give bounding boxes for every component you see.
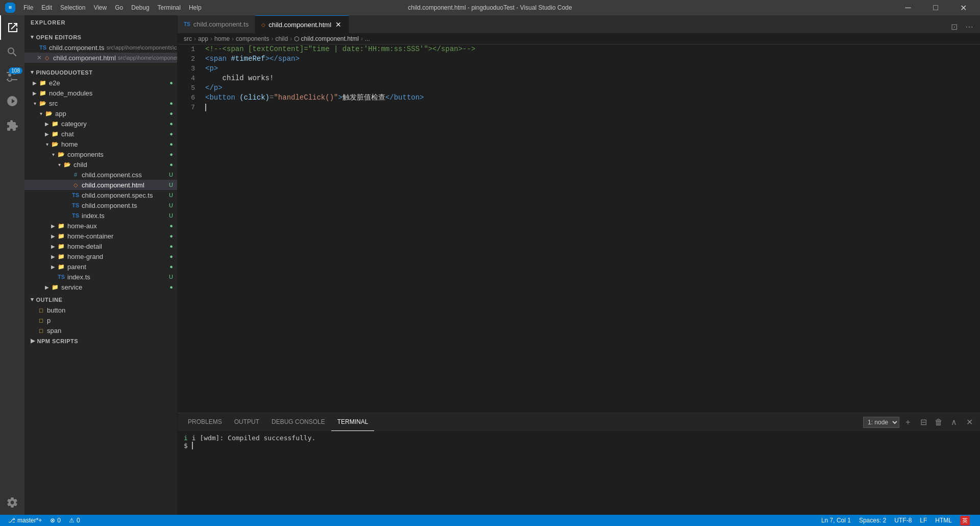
ts-icon-spec: TS: [71, 191, 80, 199]
source-control-badge: 108: [9, 67, 22, 74]
activity-source-control[interactable]: 108: [0, 64, 24, 89]
status-git-branch[interactable]: ⎇ master*+: [4, 515, 46, 526]
tree-home[interactable]: ▾ 📂 home ●: [24, 139, 177, 149]
tab-html[interactable]: ◇ child.component.html ✕: [255, 15, 349, 33]
titlebar-title: child.component.html - pingduoduoTest - …: [408, 4, 572, 11]
folder-icon-e2e: 📁: [39, 79, 47, 87]
tree-src[interactable]: ▾ 📂 src ●: [24, 98, 177, 108]
tree-child-html[interactable]: ◇ child.component.html U: [24, 180, 177, 190]
tree-home-detail[interactable]: ▶ 📁 home-detail ●: [24, 241, 177, 251]
status-spaces[interactable]: Spaces: 2: [855, 515, 890, 526]
open-file-ts[interactable]: TS child.component.ts src\app\home\compo…: [24, 42, 177, 53]
status-encoding[interactable]: UTF-8: [890, 515, 916, 526]
folder-icon-home-grand: 📁: [57, 252, 65, 260]
open-file-html[interactable]: ✕ ◇ child.component.html src\app\home\co…: [24, 53, 177, 63]
tree-components[interactable]: ▾ 📂 components ●: [24, 149, 177, 159]
line-7: 7: [178, 103, 980, 112]
activity-extensions[interactable]: [0, 113, 24, 138]
menu-debug[interactable]: Debug: [127, 2, 153, 13]
main-container: 108 Explorer ▾ Open Editors TS: [0, 15, 980, 515]
breadcrumb-child[interactable]: child: [275, 35, 288, 42]
panel-tab-output[interactable]: OUTPUT: [228, 413, 265, 431]
editor-content[interactable]: 1 <!--<span [textContent]="time | date:'…: [178, 44, 980, 413]
sidebar: Explorer ▾ Open Editors TS child.compone…: [24, 15, 178, 515]
folder-icon-service: 📁: [51, 283, 59, 291]
panel-chevron-up[interactable]: ∧: [947, 416, 961, 429]
tree-service[interactable]: ▶ 📁 service ●: [24, 282, 177, 292]
menu-view[interactable]: View: [89, 2, 111, 13]
activity-explorer[interactable]: [0, 15, 24, 40]
tree-home-aux[interactable]: ▶ 📁 home-aux ●: [24, 221, 177, 231]
breadcrumb-ellipsis[interactable]: ...: [365, 35, 370, 42]
sidebar-header: Explorer: [24, 15, 177, 30]
outline-span[interactable]: ◻ span: [24, 325, 177, 336]
folder-icon-category: 📁: [51, 119, 59, 128]
tree-category[interactable]: ▶ 📁 category ●: [24, 118, 177, 129]
warning-icon: ⚠: [69, 517, 75, 524]
folder-icon-node-modules: 📁: [39, 89, 47, 97]
status-input-method[interactable]: 英: [956, 515, 976, 526]
status-errors[interactable]: ⊗ 0: [46, 515, 65, 526]
tree-child-css[interactable]: # child.component.css U: [24, 170, 177, 180]
new-terminal-button[interactable]: +: [901, 416, 915, 429]
minimize-button[interactable]: ─: [896, 0, 920, 15]
tree-home-container[interactable]: ▶ 📁 home-container ●: [24, 231, 177, 241]
menu-go[interactable]: Go: [111, 2, 127, 13]
tree-child-ts[interactable]: TS child.component.ts U: [24, 200, 177, 210]
panel-tab-problems[interactable]: PROBLEMS: [182, 413, 228, 431]
panel-tab-debug-console[interactable]: DEBUG CONSOLE: [265, 413, 331, 431]
outline-header[interactable]: ▾ Outline: [24, 294, 177, 305]
panel-close[interactable]: ✕: [963, 416, 976, 429]
menu-edit[interactable]: Edit: [37, 2, 56, 13]
breadcrumb-components[interactable]: components: [236, 35, 269, 42]
tree-parent[interactable]: ▶ 📁 parent ●: [24, 261, 177, 272]
file-tree: ▾ Open Editors TS child.component.ts src…: [24, 30, 177, 515]
project-header[interactable]: ▾ PINGDUODUOTEST: [24, 67, 177, 78]
warning-count: 0: [77, 517, 80, 524]
outline-section: ▾ Outline ◻ button ◻ p ◻ span: [24, 294, 177, 336]
activity-settings[interactable]: [0, 490, 24, 515]
menu-selection[interactable]: Selection: [56, 2, 89, 13]
tab-html-close[interactable]: ✕: [334, 20, 342, 29]
panel-tab-terminal[interactable]: TERMINAL: [331, 413, 375, 431]
line-5: 5 </p>: [178, 83, 980, 93]
status-position[interactable]: Ln 7, Col 1: [817, 515, 855, 526]
tree-node-modules[interactable]: ▶ 📁 node_modules: [24, 88, 177, 98]
git-branch-label: master*+: [17, 517, 42, 524]
open-editors-header[interactable]: ▾ Open Editors: [24, 32, 177, 42]
breadcrumb-home[interactable]: home: [214, 35, 230, 42]
split-editor-button[interactable]: ⊡: [947, 20, 961, 33]
npm-header[interactable]: ▶ NPM Scripts: [24, 336, 177, 346]
tree-home-index[interactable]: TS index.ts U: [24, 272, 177, 282]
breadcrumb-src[interactable]: src: [184, 35, 192, 42]
tree-child-spec[interactable]: TS child.component.spec.ts U: [24, 190, 177, 200]
status-eol[interactable]: LF: [916, 515, 931, 526]
tree-chat[interactable]: ▶ 📁 chat ●: [24, 129, 177, 139]
status-language[interactable]: HTML: [931, 515, 956, 526]
outline-p[interactable]: ◻ p: [24, 315, 177, 325]
status-warnings[interactable]: ⚠ 0: [65, 515, 84, 526]
project-section: ▾ PINGDUODUOTEST ▶ 📁 e2e ● ▶ 📁 node_modu…: [24, 65, 177, 294]
open-file-ts-label: child.component.ts: [49, 44, 104, 52]
tab-ts[interactable]: TS child.component.ts: [178, 15, 255, 33]
close-button[interactable]: ✕: [951, 0, 975, 15]
breadcrumb-file[interactable]: ⬡ child.component.html: [294, 35, 359, 42]
tree-home-grand[interactable]: ▶ 📁 home-grand ●: [24, 251, 177, 261]
maximize-button[interactable]: □: [924, 0, 947, 15]
breadcrumb-app[interactable]: app: [198, 35, 208, 42]
tree-child[interactable]: ▾ 📂 child ●: [24, 159, 177, 170]
terminal-content[interactable]: i i [wdm]: Compiled successfully. $: [178, 431, 980, 515]
menu-terminal[interactable]: Terminal: [154, 2, 185, 13]
menu-help[interactable]: Help: [185, 2, 206, 13]
terminal-selector[interactable]: 1: node: [863, 417, 899, 428]
menu-file[interactable]: File: [19, 2, 37, 13]
outline-button[interactable]: ◻ button: [24, 305, 177, 315]
split-terminal-button[interactable]: ⊟: [917, 416, 930, 429]
more-actions-button[interactable]: ⋯: [963, 20, 976, 33]
activity-debug[interactable]: [0, 89, 24, 113]
activity-search[interactable]: [0, 40, 24, 64]
tree-e2e[interactable]: ▶ 📁 e2e ●: [24, 78, 177, 88]
tree-app[interactable]: ▾ 📂 app ●: [24, 108, 177, 118]
kill-terminal-button[interactable]: 🗑: [932, 416, 945, 429]
tree-child-index[interactable]: TS index.ts U: [24, 210, 177, 221]
